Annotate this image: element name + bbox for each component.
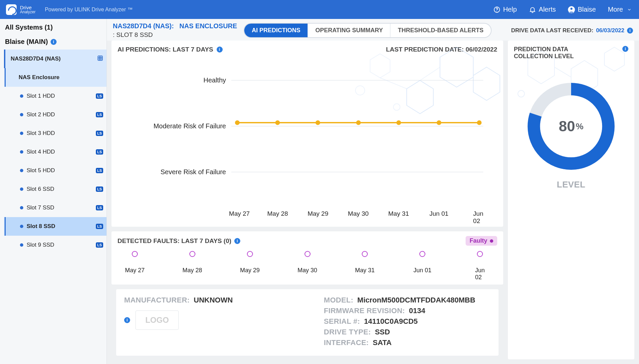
ls-badge: LS xyxy=(96,205,103,210)
status-dot-icon xyxy=(20,187,23,191)
breadcrumb: NAS28D7D4 (NAS): NAS ENCLOSURE : SLOT 8 … xyxy=(113,22,237,39)
x-tick: Jun 01 xyxy=(413,267,431,274)
status-dot-icon xyxy=(20,113,23,116)
ls-badge: LS xyxy=(96,242,103,248)
topbar-right: Help Alerts Blaise More xyxy=(493,6,633,13)
brand[interactable]: Drive Analyzer xyxy=(6,4,36,15)
pred-point[interactable] xyxy=(316,120,320,125)
crumb-nas[interactable]: NAS28D7D4 (NAS): xyxy=(113,22,174,30)
sidebar-slot-5[interactable]: Slot 5 HDDLS xyxy=(4,161,106,180)
pred-point[interactable] xyxy=(275,120,280,125)
ls-badge: LS xyxy=(96,93,103,99)
fault-card: DETECTED FAULTS: LAST 7 DAYS (0) i Fault… xyxy=(111,231,503,285)
drivetype-key: DRIVE TYPE: xyxy=(324,328,371,336)
info-icon[interactable]: i xyxy=(622,46,628,52)
sidebar-item-label: Slot 6 SSD xyxy=(27,186,54,192)
help-link[interactable]: Help xyxy=(493,6,517,13)
status-dot-icon xyxy=(20,132,23,135)
x-tick: May 29 xyxy=(240,267,260,274)
sidebar-item-label: Slot 5 HDD xyxy=(27,167,55,174)
user-menu[interactable]: Blaise xyxy=(568,6,596,13)
sidebar-slot-1[interactable]: Slot 1 HDDLS xyxy=(4,87,106,105)
crumb-enclosure[interactable]: NAS ENCLOSURE xyxy=(179,22,237,30)
sidebar-slot-8[interactable]: Slot 8 SSDLS xyxy=(4,217,106,236)
crumbbar: NAS28D7D4 (NAS): NAS ENCLOSURE : SLOT 8 … xyxy=(107,19,639,41)
sidebar-slot-9[interactable]: Slot 9 SSDLS xyxy=(4,236,106,254)
sidebar-slot-7[interactable]: Slot 7 SSDLS xyxy=(4,198,106,217)
fault-title: DETECTED FAULTS: LAST 7 DAYS (0) xyxy=(117,237,231,245)
tab-ai-predictions[interactable]: AI PREDICTIONS xyxy=(244,24,308,37)
tree-enclosure[interactable]: NAS Enclosure xyxy=(4,68,106,87)
pred-point[interactable] xyxy=(437,120,441,125)
firmware-key: FIRMWARE REVISION: xyxy=(324,306,405,315)
logo-placeholder: LOGO xyxy=(135,310,179,330)
sidebar-item-label: Slot 1 HDD xyxy=(27,93,55,99)
sidebar-slot-4[interactable]: Slot 4 HDDLS xyxy=(4,143,106,161)
app-root: Drive Analyzer Powered by ULINK Drive An… xyxy=(0,0,639,364)
last-pred: LAST PREDICTION DATE: 06/02/2022 xyxy=(386,46,497,53)
fault-point[interactable] xyxy=(362,251,368,257)
model-value: MicronM500DCMTFDDAK480MBB xyxy=(357,296,475,304)
ls-badge: LS xyxy=(96,224,103,229)
ls-badge: LS xyxy=(96,131,103,136)
fault-point[interactable] xyxy=(305,251,311,257)
interface-value: SATA xyxy=(373,338,392,347)
alerts-link[interactable]: Alerts xyxy=(529,6,556,13)
pred-point[interactable] xyxy=(477,120,482,125)
info-icon[interactable]: i xyxy=(217,47,223,53)
sidebar-item-label: Slot 9 SSD xyxy=(27,242,54,248)
x-tick: May 28 xyxy=(267,210,288,217)
svg-rect-4 xyxy=(98,56,103,61)
fault-point[interactable] xyxy=(419,251,425,257)
status-dot-icon xyxy=(20,225,23,228)
last-received-label: DRIVE DATA LAST RECEIVED: xyxy=(511,27,593,34)
drive-details-card: MANUFACTURER:UNKNOWN i LOGO MODEL:Micron… xyxy=(116,289,499,356)
ls-badge: LS xyxy=(96,149,103,155)
level-value: 80% xyxy=(525,80,618,173)
tab-threshold-alerts[interactable]: THRESHOLD-BASED ALERTS xyxy=(390,24,491,37)
fault-point[interactable] xyxy=(189,251,195,257)
all-systems-heading[interactable]: All Systems (1) xyxy=(0,19,106,35)
more-label: More xyxy=(608,6,623,13)
info-icon[interactable]: i xyxy=(234,238,240,244)
info-icon[interactable]: i xyxy=(51,39,57,45)
powered-by: Powered by ULINK Drive Analyzer ™ xyxy=(45,7,133,13)
tab-operating-summary[interactable]: OPERATING SUMMARY xyxy=(308,24,390,37)
grid-icon[interactable] xyxy=(97,55,103,62)
status-dot-icon xyxy=(20,206,23,209)
x-tick: May 31 xyxy=(388,210,409,217)
pred-point[interactable] xyxy=(396,120,401,125)
y-moderate: Moderate Risk of Failure xyxy=(131,122,231,130)
main: NAS28D7D4 (NAS): NAS ENCLOSURE : SLOT 8 … xyxy=(107,19,639,364)
interface-key: INTERFACE: xyxy=(324,338,369,347)
pred-point[interactable] xyxy=(235,120,240,125)
pred-chart: Healthy Moderate Risk of Failure Severe … xyxy=(111,55,503,241)
x-tick: May 30 xyxy=(298,267,317,274)
more-menu[interactable]: More xyxy=(608,6,633,13)
sidebar-slot-3[interactable]: Slot 3 HDDLS xyxy=(4,124,106,143)
info-icon[interactable]: i xyxy=(124,317,130,323)
status-dot-icon xyxy=(20,150,23,154)
info-icon[interactable]: i xyxy=(627,28,633,34)
x-tick: Jun 02 xyxy=(473,210,484,225)
fault-point[interactable] xyxy=(477,251,483,257)
bell-icon xyxy=(529,6,536,13)
sidebar-slot-6[interactable]: Slot 6 SSDLS xyxy=(4,180,106,198)
status-dot-icon xyxy=(20,94,23,98)
svg-point-3 xyxy=(570,7,572,10)
tree-enclosure-label: NAS Enclosure xyxy=(19,74,60,81)
y-healthy: Healthy xyxy=(131,76,231,84)
collection-level-card: PREDICTION DATA COLLECTION LEVEL i 80% xyxy=(508,41,634,359)
level-donut: 80% xyxy=(525,80,618,173)
user-label: Blaise xyxy=(578,6,596,13)
pred-point[interactable] xyxy=(356,120,361,125)
x-tick: May 28 xyxy=(182,267,202,274)
sidebar-item-label: Slot 7 SSD xyxy=(27,204,54,211)
sidebar-slot-2[interactable]: Slot 2 HDDLS xyxy=(4,105,106,124)
tree-nas[interactable]: NAS28D7D4 (NAS) xyxy=(4,50,106,68)
fault-point[interactable] xyxy=(132,251,138,257)
owner-heading[interactable]: Blaise (MAIN) i xyxy=(0,35,106,50)
last-received: DRIVE DATA LAST RECEIVED: 06/03/2022 i xyxy=(511,27,633,34)
topbar: Drive Analyzer Powered by ULINK Drive An… xyxy=(0,0,639,19)
fault-point[interactable] xyxy=(247,251,253,257)
